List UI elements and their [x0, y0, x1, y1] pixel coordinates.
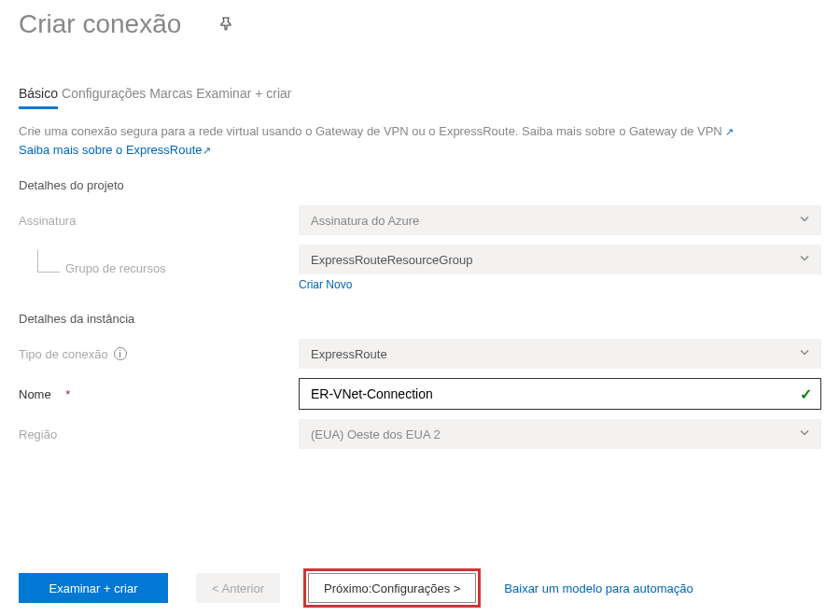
- tab-basic[interactable]: Básico: [19, 86, 58, 109]
- footer-bar: Examinar + criar < Anterior Próximo:Conf…: [19, 573, 821, 603]
- chevron-down-icon: [798, 346, 811, 362]
- chevron-down-icon: [798, 213, 811, 229]
- tab-tags[interactable]: Marcas: [149, 86, 192, 106]
- region-label: Região: [19, 427, 299, 441]
- subscription-label: Assinatura: [19, 214, 299, 228]
- section-project-details: Detalhes do projeto: [19, 178, 821, 192]
- connection-type-value: ExpressRoute: [311, 347, 387, 361]
- connection-type-select[interactable]: ExpressRoute: [299, 339, 821, 369]
- resource-group-value: ExpressRouteResourceGroup: [311, 253, 472, 267]
- intro-text: Crie uma conexão segura para a rede virt…: [19, 122, 821, 160]
- tree-connector-icon: [37, 250, 60, 273]
- tab-review-create[interactable]: Examinar + criar: [196, 86, 291, 106]
- subscription-value: Assinatura do Azure: [311, 214, 419, 228]
- create-new-rg-link[interactable]: Criar Novo: [299, 278, 352, 291]
- name-input[interactable]: [299, 378, 821, 410]
- vpn-learn-more-link[interactable]: ↗: [725, 124, 734, 138]
- tab-bar: Básico Configurações Marcas Examinar + c…: [19, 86, 821, 109]
- connection-type-label: Tipo de conexão i: [19, 347, 299, 361]
- info-icon[interactable]: i: [114, 347, 127, 360]
- intro-line1: Crie uma conexão segura para a rede virt…: [19, 124, 722, 138]
- name-label: Nome *: [19, 387, 299, 401]
- resource-group-label: Grupo de recursos: [19, 261, 299, 275]
- previous-button: < Anterior: [196, 573, 280, 603]
- tab-settings[interactable]: Configurações: [62, 86, 146, 106]
- next-settings-button[interactable]: Próximo:Configurações >: [308, 573, 476, 603]
- pin-icon[interactable]: [218, 16, 233, 34]
- review-create-button[interactable]: Examinar + criar: [19, 573, 168, 603]
- subscription-select[interactable]: Assinatura do Azure: [299, 205, 821, 235]
- resource-group-select[interactable]: ExpressRouteResourceGroup: [299, 245, 821, 274]
- region-value: (EUA) Oeste dos EUA 2: [311, 427, 441, 441]
- check-icon: ✓: [800, 385, 812, 403]
- chevron-down-icon: [798, 252, 811, 268]
- section-instance-details: Detalhes da instância: [19, 312, 821, 326]
- expressroute-learn-more-link[interactable]: Saiba mais sobre o ExpressRoute↗: [19, 143, 211, 157]
- download-template-link[interactable]: Baixar um modelo para automação: [504, 581, 693, 595]
- chevron-down-icon: [798, 427, 811, 442]
- page-title: Criar conexão: [19, 9, 181, 39]
- region-select[interactable]: (EUA) Oeste dos EUA 2: [299, 419, 821, 449]
